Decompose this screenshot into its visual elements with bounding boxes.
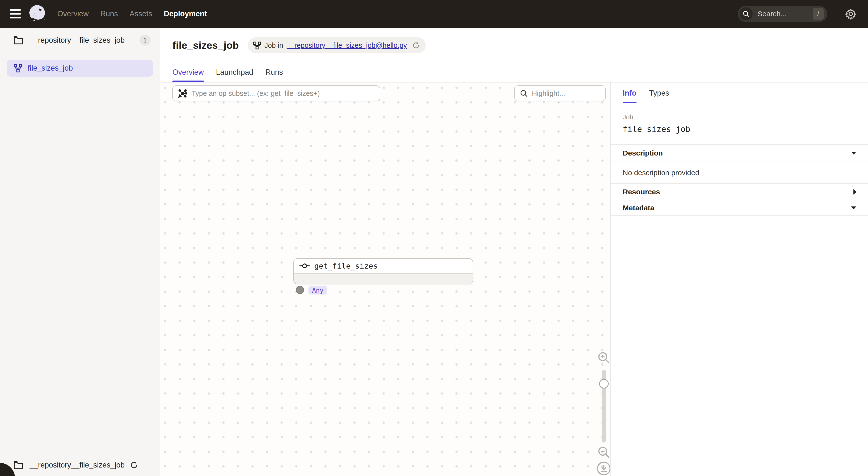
refresh-icon (412, 41, 420, 49)
tab-launchpad[interactable]: Launchpad (216, 68, 253, 82)
sidebar: __repository__file_sizes_job 1 file_size… (0, 28, 160, 476)
nav-item-deployment[interactable]: Deployment (164, 9, 207, 18)
hamburger-menu-icon[interactable] (10, 9, 21, 19)
job-graph-icon (253, 41, 261, 49)
op-node-name: get_file_sizes (314, 262, 378, 270)
tab-runs[interactable]: Runs (266, 68, 283, 82)
zoom-in-icon (597, 350, 611, 365)
sidebar-footer: __repository__file_sizes_job (0, 454, 160, 476)
breadcrumb-repo-link[interactable]: __repository__file_sizes_job@hello.py (286, 41, 407, 49)
search-icon (520, 89, 528, 98)
chevron-right-icon (853, 189, 857, 195)
op-subset-filter[interactable] (172, 86, 380, 101)
tab-overview[interactable]: Overview (173, 68, 204, 82)
search-shortcut-key: / (813, 8, 824, 20)
reload-repository-button[interactable] (130, 461, 138, 469)
page-title: file_sizes_job (173, 40, 239, 51)
panel-tab-types[interactable]: Types (649, 89, 669, 103)
panel-job-block: Job file_sizes_job (611, 103, 868, 145)
info-panel: Info Types Job file_sizes_job Descriptio… (610, 82, 868, 476)
top-nav-bar: Overview Runs Assets Deployment / (0, 0, 868, 28)
download-image-button[interactable] (596, 461, 611, 476)
search-icon (740, 7, 753, 21)
breadcrumb-prefix: Job in (265, 41, 283, 49)
op-graph-canvas[interactable]: get_file_sizes Any (160, 82, 610, 476)
section-description-content: No description provided (611, 162, 868, 184)
nav-item-overview[interactable]: Overview (57, 9, 89, 18)
panel-job-label: Job (623, 113, 856, 121)
sidebar-item-label: file_sizes_job (28, 64, 73, 72)
panel-tabs: Info Types (611, 82, 868, 103)
dagster-logo[interactable] (27, 4, 48, 24)
section-resources-title: Resources (623, 188, 660, 196)
zoom-out-icon (597, 445, 611, 459)
section-metadata-header[interactable]: Metadata (611, 200, 868, 216)
refresh-icon (130, 461, 138, 469)
job-graph-icon (13, 64, 22, 72)
panel-tab-info[interactable]: Info (623, 89, 637, 103)
download-icon (596, 461, 611, 476)
section-description-header[interactable]: Description (611, 145, 868, 162)
nav-item-runs[interactable]: Runs (100, 9, 118, 18)
global-search[interactable]: / (738, 6, 827, 22)
section-metadata-title: Metadata (623, 204, 654, 212)
chevron-down-icon (850, 151, 857, 155)
section-resources-header[interactable]: Resources (611, 184, 868, 200)
zoom-out-button[interactable] (596, 445, 611, 460)
op-selector-icon (178, 88, 188, 99)
sidebar-item-file-sizes-job[interactable]: file_sizes_job (7, 60, 153, 77)
output-type-badge[interactable]: Any (308, 286, 327, 295)
highlight-input[interactable] (532, 90, 600, 98)
panel-job-name: file_sizes_job (623, 125, 856, 134)
search-input[interactable] (753, 10, 813, 18)
zoom-in-button[interactable] (596, 350, 611, 365)
settings-button[interactable] (844, 7, 857, 21)
sidebar-repo-name: __repository__file_sizes_job (30, 36, 140, 45)
app-root: Overview Runs Assets Deployment / (0, 0, 868, 476)
op-node-body (294, 274, 473, 284)
op-node-get-file-sizes[interactable]: get_file_sizes (293, 258, 473, 284)
gear-icon (845, 8, 857, 20)
sidebar-repo-row[interactable]: __repository__file_sizes_job 1 (0, 28, 160, 54)
primary-nav: Overview Runs Assets Deployment (57, 9, 207, 18)
highlight-filter[interactable] (515, 86, 606, 101)
section-description-title: Description (623, 149, 663, 157)
reload-job-button[interactable] (412, 41, 420, 49)
op-subset-input[interactable] (192, 90, 375, 98)
job-context-pill: Job in __repository__file_sizes_job@hell… (248, 37, 426, 54)
chevron-down-icon (850, 206, 857, 210)
sidebar-footer-repo-name: __repository__file_sizes_job (30, 461, 125, 470)
job-tabs: Overview Launchpad Runs (173, 68, 283, 82)
job-header: file_sizes_job Job in __repository__file… (160, 28, 868, 82)
op-icon (299, 263, 310, 269)
zoom-slider-thumb[interactable] (599, 379, 609, 388)
folder-icon (13, 461, 23, 469)
folder-icon (13, 36, 23, 44)
sidebar-repo-count-badge: 1 (140, 35, 151, 45)
output-port[interactable] (296, 286, 304, 294)
nav-item-assets[interactable]: Assets (130, 9, 152, 18)
